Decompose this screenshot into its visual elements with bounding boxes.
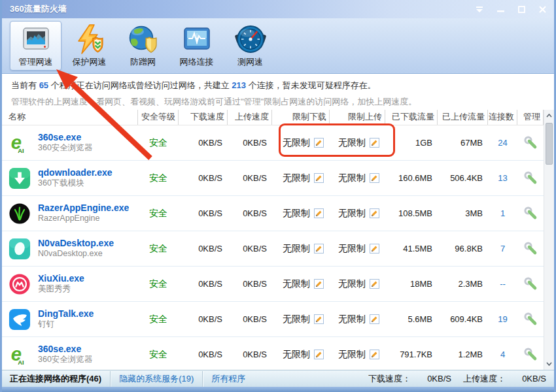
toolbar-label: 测网速 xyxy=(237,56,263,68)
col-header-connections: 连接数 xyxy=(488,110,517,125)
summary-line: 当前有 65 个程序正在访问网络或曾经访问过网络，共建立 213 个连接，暂未发… xyxy=(11,80,554,91)
download-speed: 0KB/S xyxy=(179,196,228,231)
connections-count[interactable]: 13 xyxy=(488,161,517,195)
close-button[interactable] xyxy=(534,3,550,15)
connections-count[interactable]: 4 xyxy=(488,337,517,370)
manage-wrench-icon[interactable] xyxy=(524,312,538,326)
process-description: 360下载模块 xyxy=(38,178,113,189)
security-level: 安全 xyxy=(138,125,179,160)
edit-upload-limit-icon[interactable] xyxy=(370,314,379,324)
download-speed: 0KB/S xyxy=(179,337,228,370)
edit-download-limit-icon[interactable] xyxy=(314,208,324,218)
manage-wrench-icon[interactable] xyxy=(524,242,538,255)
minimize-button[interactable] xyxy=(493,3,508,15)
edit-download-limit-icon[interactable] xyxy=(314,244,324,253)
table-row[interactable]: qdownloader.exe 360下载模块 安全 0KB/S 0KB/S 无… xyxy=(2,161,554,196)
download-speed: 0KB/S xyxy=(179,231,228,266)
upload-speed: 0KB/S xyxy=(228,161,272,195)
col-header-uploaded: 已上传流量 xyxy=(438,110,488,125)
skin-menu-icon[interactable] xyxy=(472,3,487,15)
table-row[interactable]: N0vaDesktop.exe N0vaDesktop.exe 安全 0KB/S… xyxy=(2,231,554,267)
uploaded-traffic: 506.4KB xyxy=(438,161,488,195)
upload-limit: 无限制 xyxy=(338,243,366,255)
table-row[interactable]: e AI 360se.exe 360安全浏览器 安全 0KB/S 0KB/S 无… xyxy=(2,337,554,370)
scroll-up-icon[interactable] xyxy=(544,110,554,121)
col-header-dl-speed: 下载速度 xyxy=(179,110,228,125)
upload-limit: 无限制 xyxy=(338,137,366,149)
process-name: XiuXiu.exe xyxy=(38,273,84,285)
connections-count[interactable]: -- xyxy=(488,267,517,301)
edit-download-limit-icon[interactable] xyxy=(314,138,324,148)
download-speed: 0KB/S xyxy=(179,161,228,195)
dingtalk-icon xyxy=(8,308,31,331)
uploaded-traffic: 609.4KB xyxy=(438,302,488,336)
col-header-name: 名称 xyxy=(2,110,138,125)
manage-wrench-icon[interactable] xyxy=(524,348,538,361)
edit-upload-limit-icon[interactable] xyxy=(370,173,379,183)
nova-icon xyxy=(8,237,31,261)
connections-count[interactable]: 7 xyxy=(488,231,517,266)
edit-download-limit-icon[interactable] xyxy=(314,314,324,324)
scroll-down-icon[interactable] xyxy=(544,359,554,369)
uploaded-traffic: 3MB xyxy=(438,196,488,231)
security-level: 安全 xyxy=(138,231,179,266)
window-bottom-edge xyxy=(2,387,554,392)
downloaded-traffic: 41.5MB xyxy=(385,231,438,266)
maximize-button[interactable] xyxy=(513,3,529,15)
table-row[interactable]: XiuXiu.exe 美图秀秀 安全 0KB/S 0KB/S 无限制 无限制 1… xyxy=(2,267,554,302)
download-limit: 无限制 xyxy=(283,278,310,290)
uploaded-traffic: 67MB xyxy=(438,125,488,160)
tab-all-programs[interactable]: 所有程序 xyxy=(203,371,254,387)
connections-count[interactable]: 1 xyxy=(488,196,517,231)
edit-download-limit-icon[interactable] xyxy=(314,350,324,359)
toolbar-item-测网速[interactable]: 测网速 xyxy=(224,21,276,71)
360se-icon: e AI xyxy=(8,131,31,155)
uploaded-traffic: 2.3MB xyxy=(438,267,488,301)
download-speed: 0KB/S xyxy=(179,125,228,160)
manage-wrench-icon[interactable] xyxy=(524,136,538,150)
edit-upload-limit-icon[interactable] xyxy=(370,350,379,359)
edit-download-limit-icon[interactable] xyxy=(314,279,324,289)
process-name: N0vaDesktop.exe xyxy=(38,238,114,250)
tab-connecting-programs[interactable]: 正在连接网络的程序(46) xyxy=(10,371,111,387)
upload-limit: 无限制 xyxy=(338,314,366,325)
edit-upload-limit-icon[interactable] xyxy=(370,279,379,289)
col-header-downloaded: 已下载流量 xyxy=(385,110,438,125)
download-limit: 无限制 xyxy=(283,243,310,255)
toolbar-item-防蹭网[interactable]: 防蹭网 xyxy=(117,21,169,71)
connections-count[interactable]: 19 xyxy=(488,302,517,336)
uploaded-traffic: 1.2MB xyxy=(438,337,488,370)
table-row[interactable]: RazerAppEngine.exe RazerAppEngine 安全 0KB… xyxy=(2,196,554,231)
upload-speed: 0KB/S xyxy=(228,231,272,266)
toolbar-item-管理网速[interactable]: 管理网速 xyxy=(10,21,61,71)
edit-upload-limit-icon[interactable] xyxy=(370,138,379,148)
titlebar: 360流量防火墙 xyxy=(2,0,554,18)
edit-download-limit-icon[interactable] xyxy=(314,173,324,183)
manage-wrench-icon[interactable] xyxy=(524,277,538,291)
upload-speed: 0KB/S xyxy=(228,267,272,301)
scrollbar-thumb[interactable] xyxy=(546,123,553,165)
edit-upload-limit-icon[interactable] xyxy=(370,244,379,253)
net-connections-icon xyxy=(181,24,213,55)
manage-wrench-icon[interactable] xyxy=(524,206,538,220)
security-level: 安全 xyxy=(138,161,179,195)
toolbar-label: 网络连接 xyxy=(180,56,214,68)
col-header-limit-dl: 限制下载 xyxy=(272,110,330,125)
toolbar-item-保护网速[interactable]: 保护网速 xyxy=(63,21,115,71)
360se-icon: e AI xyxy=(8,343,31,367)
manage-wrench-icon[interactable] xyxy=(524,171,538,185)
downloaded-traffic: 160.6MB xyxy=(385,161,438,195)
toolbar-item-网络连接[interactable]: 网络连接 xyxy=(171,21,222,71)
table-row[interactable]: e AI 360se.exe 360安全浏览器 安全 0KB/S 0KB/S 无… xyxy=(2,125,554,161)
window-title: 360流量防火墙 xyxy=(10,0,67,18)
edit-upload-limit-icon[interactable] xyxy=(370,208,379,218)
speed-summary: 下载速度： 0KB/S 上传速度： 0KB/S xyxy=(356,373,546,385)
statusbar: 正在连接网络的程序(46) 隐藏的系统服务(19) 所有程序 下载速度： 0KB… xyxy=(2,370,554,387)
dl-speed-value: 0KB/S xyxy=(411,374,451,384)
tab-hidden-services[interactable]: 隐藏的系统服务(19) xyxy=(111,371,203,387)
table-row[interactable]: DingTalk.exe 钉钉 安全 0KB/S 0KB/S 无限制 无限制 5… xyxy=(2,302,554,337)
connections-count[interactable]: 24 xyxy=(488,125,517,160)
toolbar-label: 保护网速 xyxy=(73,56,107,68)
vertical-scrollbar[interactable] xyxy=(544,110,554,370)
process-description: N0vaDesktop.exe xyxy=(38,249,114,259)
